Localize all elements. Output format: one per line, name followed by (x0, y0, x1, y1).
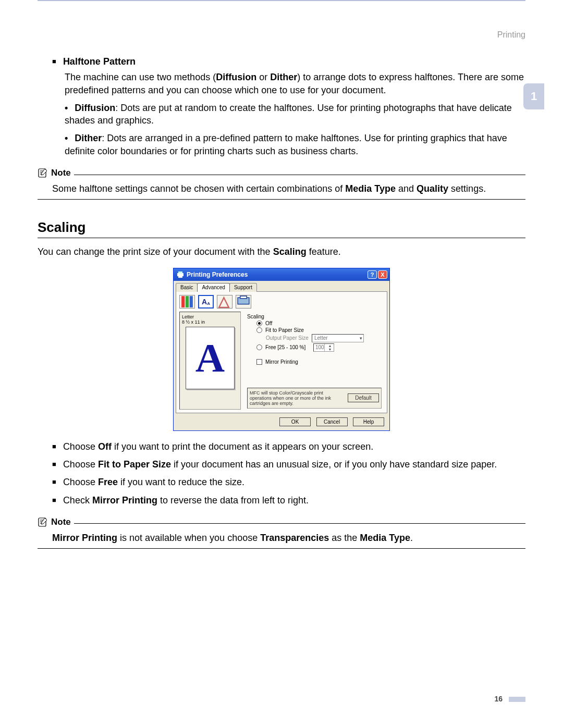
preview-page: A (186, 327, 235, 389)
dialog-tabs: Basic Advanced Support (174, 281, 389, 292)
titlebar-help-button[interactable]: ? (368, 270, 377, 279)
dither-item: Dither: Dots are arranged in a pre-defin… (65, 132, 525, 157)
dialog-client: AA Letter 8 ½ x 11 in A Scaling (176, 291, 387, 413)
tab-support[interactable]: Support (229, 283, 257, 292)
preview-a-icon: A (195, 335, 225, 381)
halftone-heading: Halftone Pattern (52, 55, 525, 68)
dialog-titlebar: Printing Preferences ? X (174, 268, 389, 281)
halftone-intro: The machine can use two methods (Diffusi… (65, 71, 525, 96)
choice-mirror: Check Mirror Printing to reverse the dat… (52, 494, 525, 507)
check-mirror-label: Mirror Printing (265, 359, 298, 365)
radio-off-label: Off (265, 320, 272, 326)
chapter-tab: 1 (523, 83, 544, 109)
radio-fit-label: Fit to Paper Size (265, 327, 304, 333)
radio-fit-row[interactable]: Fit to Paper Size (256, 327, 382, 333)
scaling-group-label: Scaling (247, 314, 294, 319)
svg-rect-5 (186, 296, 189, 307)
svg-rect-2 (178, 272, 182, 274)
ink-warning: MFC will stop Color/Grayscale print oper… (247, 388, 382, 409)
dialog-figure: Printing Preferences ? X Basic Advanced … (38, 268, 525, 431)
radio-off[interactable] (256, 320, 262, 326)
footer-bar (509, 697, 525, 702)
tab-basic[interactable]: Basic (176, 283, 198, 292)
page: Printing 1 Halftone Pattern The machine … (0, 5, 563, 728)
svg-rect-8 (240, 296, 247, 299)
radio-fit[interactable] (256, 327, 262, 333)
output-size-label: Output Paper Size (266, 335, 309, 341)
ok-button[interactable]: OK (279, 417, 311, 426)
radio-free-row[interactable]: Free [25 - 100 %] 100▲▼ (256, 343, 382, 352)
mirror-row[interactable]: Mirror Printing (256, 359, 382, 365)
note-title: Note (51, 517, 71, 527)
tool-device[interactable] (236, 295, 251, 309)
printing-preferences-dialog: Printing Preferences ? X Basic Advanced … (173, 268, 390, 431)
output-size-row: Output Paper Size Letter (266, 334, 382, 342)
titlebar-close-button[interactable]: X (378, 270, 387, 279)
preview-pane: Letter 8 ½ x 11 in A (179, 312, 241, 410)
scaling-heading: Scaling (38, 219, 525, 238)
dialog-bottom-buttons: OK Cancel Help (174, 413, 389, 430)
diffusion-item: Diffusion: Dots are put at random to cre… (65, 102, 525, 127)
note-icon (38, 168, 48, 178)
radio-off-row[interactable]: Off (256, 320, 382, 326)
ink-warning-text: MFC will stop Color/Grayscale print oper… (250, 390, 342, 406)
help-button[interactable]: Help (353, 417, 384, 426)
preview-size-1: Letter (182, 314, 238, 319)
note-title: Note (51, 168, 71, 178)
tab-advanced[interactable]: Advanced (197, 283, 229, 292)
radio-free[interactable] (256, 344, 262, 350)
scaling-intro: You can change the print size of your do… (38, 245, 525, 258)
svg-rect-6 (190, 296, 193, 307)
tool-scaling[interactable]: AA (198, 295, 214, 309)
choice-fit: Choose Fit to Paper Size if your documen… (52, 458, 525, 471)
dialog-toolbar: AA (179, 295, 384, 309)
preview-size-2: 8 ½ x 11 in (182, 319, 238, 325)
note-icon (38, 517, 48, 527)
check-mirror[interactable] (256, 359, 262, 365)
printer-icon (177, 271, 184, 278)
svg-rect-3 (178, 276, 182, 278)
cancel-button[interactable]: Cancel (316, 417, 348, 426)
free-percent-spin[interactable]: 100▲▼ (313, 343, 334, 352)
dialog-title: Printing Preferences (187, 271, 366, 278)
choice-free: Choose Free if you want to reduce the si… (52, 476, 525, 488)
tool-color[interactable] (179, 295, 195, 309)
note-2: Note Mirror Printing is not available wh… (38, 517, 525, 549)
tool-watermark[interactable] (217, 295, 232, 309)
note-1: Note Some halftone settings cannot be ch… (38, 168, 525, 200)
default-button[interactable]: Default (348, 393, 379, 402)
running-header: Printing (38, 30, 525, 40)
output-size-combo[interactable]: Letter (312, 334, 364, 342)
page-number: 16 (495, 695, 503, 703)
svg-rect-4 (181, 296, 185, 307)
radio-free-label: Free [25 - 100 %] (265, 344, 310, 350)
page-footer: 16 (38, 695, 525, 703)
choice-off: Choose Off if you want to print the docu… (52, 440, 525, 453)
halftone-heading-text: Halftone Pattern (63, 56, 136, 67)
